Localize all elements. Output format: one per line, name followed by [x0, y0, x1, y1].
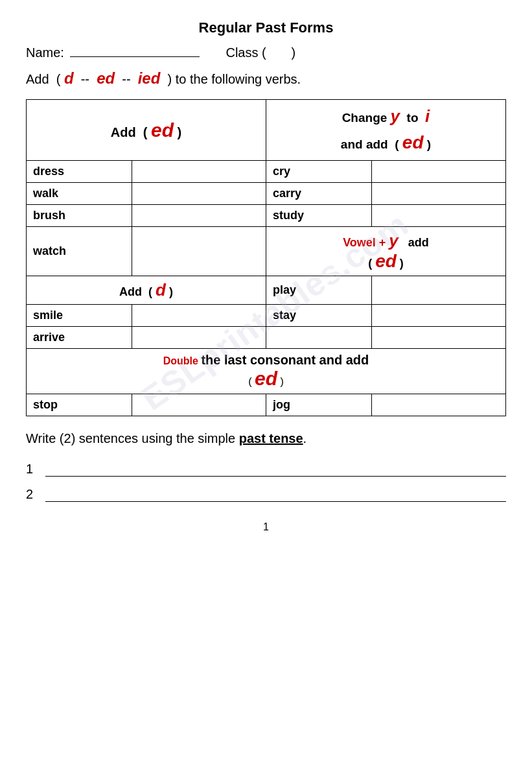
page-number: 1	[26, 521, 506, 533]
verb-smile: smile	[27, 305, 132, 327]
name-class-row: Name: Class ( )	[26, 45, 506, 60]
class-close: )	[292, 45, 296, 60]
answer-study[interactable]	[371, 205, 505, 227]
verb-stop: stop	[27, 394, 132, 416]
sentence-row-1: 1	[26, 462, 506, 477]
answer-walk[interactable]	[132, 183, 266, 205]
verb-dress: dress	[27, 161, 132, 183]
class-label: Class (	[226, 45, 266, 60]
verb-walk: walk	[27, 183, 132, 205]
verb-watch: watch	[27, 227, 132, 276]
change-y-header: Change y to i and add ( ed )	[266, 100, 505, 161]
answer-carry[interactable]	[371, 183, 505, 205]
verb-arrive: arrive	[27, 327, 132, 349]
answer-stop[interactable]	[132, 394, 266, 416]
answer-watch[interactable]	[132, 227, 266, 276]
answer-jog[interactable]	[371, 394, 505, 416]
sentence-intro: Write (2) sentences using the simple	[26, 431, 235, 445]
sentence-num-2: 2	[26, 487, 40, 502]
verb-play: play	[266, 276, 371, 305]
answer-brush[interactable]	[132, 205, 266, 227]
verb-carry: carry	[266, 183, 371, 205]
answer-arrive[interactable]	[132, 327, 266, 349]
answer-stay[interactable]	[371, 305, 505, 327]
answer-smile[interactable]	[132, 305, 266, 327]
verb-jog: jog	[266, 394, 371, 416]
page-title: Regular Past Forms	[26, 19, 506, 36]
empty-cell-2	[371, 327, 505, 349]
vowel-y-header: Vowel + y add ( ed )	[266, 227, 505, 276]
verb-study: study	[266, 205, 371, 227]
instruction: Add ( d -- ed -- ied ) to the following …	[26, 67, 506, 90]
sentence-row-2: 2	[26, 487, 506, 502]
sentence-section: Write (2) sentences using the simple pas…	[26, 428, 506, 449]
answer-play[interactable]	[371, 276, 505, 305]
verb-stay: stay	[266, 305, 371, 327]
empty-cell-1	[266, 327, 371, 349]
past-tense-label: past tense	[239, 431, 303, 445]
add-d-header: Add ( d )	[27, 276, 266, 305]
main-table: Add ( ed ) Change y to i and add ( ed ) …	[26, 99, 506, 416]
verb-brush: brush	[27, 205, 132, 227]
sentence-num-1: 1	[26, 462, 40, 477]
answer-cry[interactable]	[371, 161, 505, 183]
name-underline[interactable]	[70, 56, 200, 57]
sentence-line-1[interactable]	[45, 462, 506, 477]
add-ed-header: Add ( ed )	[27, 100, 266, 161]
name-label: Name:	[26, 45, 64, 60]
verb-cry: cry	[266, 161, 371, 183]
answer-dress[interactable]	[132, 161, 266, 183]
sentence-line-2[interactable]	[45, 488, 506, 502]
double-header: Double the last consonant and add ( ed )	[27, 349, 506, 394]
